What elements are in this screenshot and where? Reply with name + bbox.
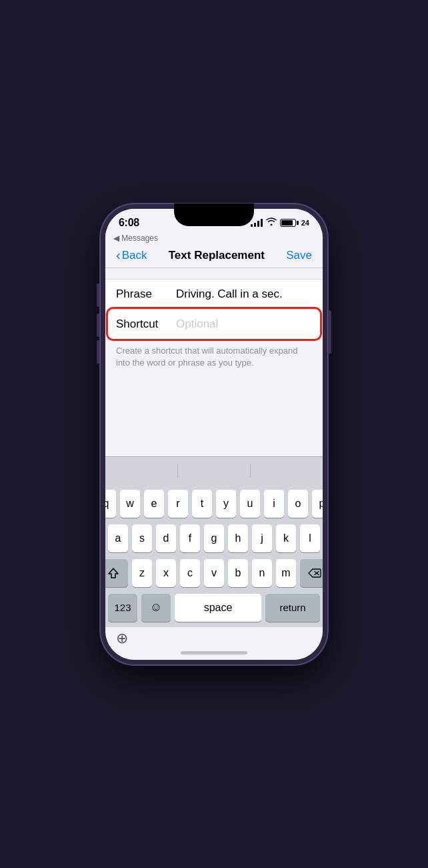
space-key[interactable]: space [175, 594, 261, 622]
key-p[interactable]: p [312, 490, 323, 518]
phone-screen: 6:08 24 [105, 209, 323, 660]
key-l[interactable]: l [300, 524, 320, 552]
return-key[interactable]: return [265, 594, 320, 622]
key-q[interactable]: q [105, 490, 116, 518]
back-button[interactable]: ‹ Back [116, 249, 147, 262]
toolbar-divider-2 [250, 464, 251, 478]
key-s[interactable]: s [132, 524, 152, 552]
key-row-2: a s d f g h j k l [108, 524, 320, 552]
globe-row: ⊕ [105, 627, 323, 647]
key-y[interactable]: y [216, 490, 236, 518]
messages-back-label: ◀ Messages [113, 234, 158, 243]
notch [174, 203, 254, 226]
form-section: Phrase Driving. Call in a sec. Shortcut … [105, 279, 323, 340]
key-e[interactable]: e [144, 490, 164, 518]
battery-icon: 24 [280, 219, 309, 227]
keyboard-toolbar [105, 456, 323, 486]
key-row-3: z x c v b n m [108, 559, 320, 587]
phrase-value: Driving. Call in a sec. [176, 288, 312, 301]
key-c[interactable]: c [180, 559, 200, 587]
key-a[interactable]: a [108, 524, 128, 552]
key-u[interactable]: u [240, 490, 260, 518]
key-row-4: 123 ☺ space return [108, 594, 320, 622]
home-bar [181, 651, 247, 655]
shortcut-label: Shortcut [116, 318, 176, 331]
status-icons: 24 [251, 218, 309, 228]
hint-text: Create a shortcut that will automaticall… [105, 340, 323, 377]
keyboard: q w e r t y u i o p a s d f g h j [105, 486, 323, 627]
key-j[interactable]: j [252, 524, 272, 552]
delete-key[interactable] [300, 559, 323, 587]
shift-key[interactable] [105, 559, 128, 587]
back-label: Back [122, 249, 147, 262]
key-row-1: q w e r t y u i o p [108, 490, 320, 518]
key-f[interactable]: f [180, 524, 200, 552]
content-area: Phrase Driving. Call in a sec. Shortcut … [105, 268, 323, 456]
signal-icon [251, 219, 263, 227]
key-d[interactable]: d [156, 524, 176, 552]
toolbar-divider-1 [177, 464, 178, 478]
globe-icon[interactable]: ⊕ [116, 630, 128, 647]
key-h[interactable]: h [228, 524, 248, 552]
key-m[interactable]: m [276, 559, 296, 587]
key-n[interactable]: n [252, 559, 272, 587]
nav-title: Text Replacement [169, 249, 265, 262]
key-i[interactable]: i [264, 490, 284, 518]
key-w[interactable]: w [120, 490, 140, 518]
emoji-key[interactable]: ☺ [141, 594, 171, 622]
wifi-icon [266, 218, 277, 228]
save-button[interactable]: Save [286, 249, 312, 262]
phrase-row[interactable]: Phrase Driving. Call in a sec. [105, 280, 323, 309]
key-b[interactable]: b [228, 559, 248, 587]
shortcut-row[interactable]: Shortcut Optional [108, 309, 320, 339]
status-time: 6:08 [119, 217, 139, 229]
key-g[interactable]: g [204, 524, 224, 552]
key-o[interactable]: o [288, 490, 308, 518]
key-k[interactable]: k [276, 524, 296, 552]
key-r[interactable]: r [168, 490, 188, 518]
key-v[interactable]: v [204, 559, 224, 587]
key-t[interactable]: t [192, 490, 212, 518]
phrase-label: Phrase [116, 288, 176, 301]
home-indicator [105, 647, 323, 660]
messages-back-bar: ◀ Messages [105, 232, 323, 246]
key-x[interactable]: x [156, 559, 176, 587]
numbers-key[interactable]: 123 [108, 594, 137, 622]
shortcut-input[interactable]: Optional [176, 318, 312, 331]
nav-bar: ‹ Back Text Replacement Save [105, 246, 323, 268]
phone-frame: 6:08 24 [100, 203, 328, 665]
key-z[interactable]: z [132, 559, 152, 587]
chevron-left-icon: ‹ [116, 248, 121, 262]
